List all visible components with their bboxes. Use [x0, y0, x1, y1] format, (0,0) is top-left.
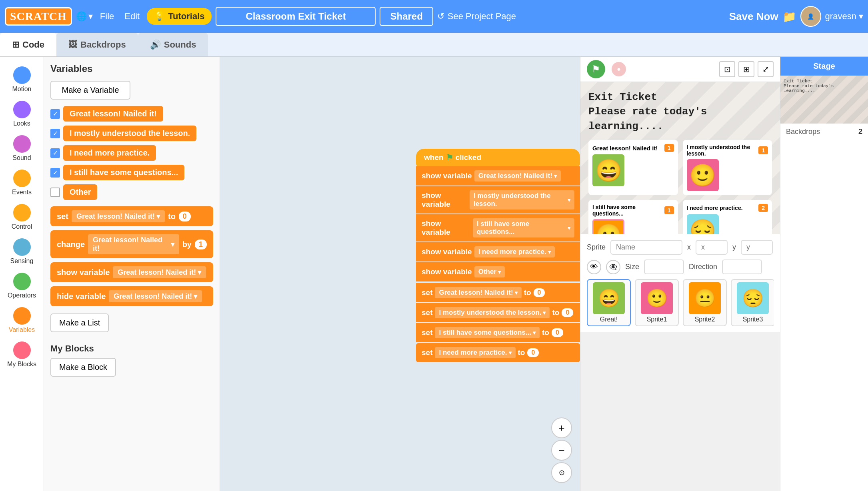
set-1-value[interactable]: 0 [534, 288, 545, 297]
sidebar-item-sound[interactable]: Sound [0, 132, 44, 165]
show-var-4-selector[interactable]: I need more practice. ▾ [474, 246, 555, 257]
zoom-out-button[interactable]: − [551, 440, 572, 461]
var-pill-3[interactable]: I still have some questions... [63, 165, 184, 180]
show-var-block-3[interactable]: show variable I still have some question… [416, 214, 580, 242]
size-input[interactable] [644, 259, 684, 274]
tutorials-button[interactable]: 💡 Tutorials [147, 8, 212, 25]
change-value[interactable]: 1 [195, 240, 207, 249]
var-checkbox-1[interactable] [50, 129, 60, 138]
var-checkbox-2[interactable] [50, 148, 60, 158]
green-flag-button[interactable]: ⚑ [587, 60, 605, 78]
hide-toggle[interactable]: 👁‍🗨 [606, 260, 620, 274]
edit-button[interactable]: Edit [121, 11, 143, 22]
show-var-2-selector[interactable]: I mostly understood the lesson. ▾ [470, 190, 574, 210]
var-pill-2[interactable]: I need more practice. [63, 145, 156, 161]
sprite-thumb-1[interactable]: 🙂 Sprite1 [635, 279, 679, 326]
set-var-selector[interactable]: Great lesson! Nailed it! ▾ [72, 210, 165, 222]
response-card-0: Great lesson! Nailed it! 1 😄 [588, 140, 678, 195]
categories-sidebar: Motion Looks Sound Events Control Sensin… [0, 57, 44, 491]
show-var-label: show variable [57, 268, 110, 277]
sprite-thumb-2[interactable]: 😐 Sprite2 [683, 279, 727, 326]
set-block-2[interactable]: set I mostly understood the lesson. ▾ to… [416, 303, 580, 322]
tab-sounds[interactable]: 🔊 Sounds [138, 33, 208, 56]
fullscreen-button[interactable]: ⤢ [758, 61, 774, 77]
tab-code[interactable]: ⊞ Code [0, 33, 56, 56]
sidebar-item-motion[interactable]: Motion [0, 63, 44, 96]
set-1-selector[interactable]: Great lesson! Nailed it! ▾ [435, 287, 521, 298]
sidebar-item-myblocks[interactable]: My Blocks [0, 338, 44, 371]
set-block-3[interactable]: set I still have some questions... ▾ to … [416, 323, 580, 342]
show-var-block-5[interactable]: show variable Other ▾ [416, 262, 580, 281]
shared-button[interactable]: Shared [380, 7, 433, 26]
set-3-selector[interactable]: I still have some questions... ▾ [435, 327, 540, 338]
control-label: Control [12, 223, 32, 230]
sprite-name-input[interactable] [610, 240, 682, 255]
var-checkbox-3[interactable] [50, 168, 60, 178]
see-project-button[interactable]: ↺ See Project Page [437, 11, 516, 22]
set-value[interactable]: 0 [179, 212, 191, 222]
make-block-button[interactable]: Make a Block [50, 358, 116, 377]
split-stage-button[interactable]: ⊞ [738, 61, 754, 77]
code-blocks-container[interactable]: when ⚑ clicked show variable Great lesso… [220, 57, 580, 491]
show-variable-block[interactable]: show variable Great lesson! Nailed it! ▾ [50, 262, 213, 282]
events-label: Events [12, 189, 32, 196]
set-4-selector[interactable]: I need more practice. ▾ [435, 347, 515, 358]
x-input[interactable] [696, 240, 728, 255]
show-toggle[interactable]: 👁 [587, 260, 601, 274]
set-3-value[interactable]: 0 [552, 328, 563, 337]
show-var-3-selector[interactable]: I still have some questions... ▾ [473, 218, 574, 238]
save-now-button[interactable]: Save Now [729, 10, 778, 23]
change-var-selector[interactable]: Great lesson! Nailed it! ▾ [88, 234, 179, 254]
zoom-reset-button[interactable]: ⊙ [551, 462, 572, 483]
when-flag-clicked-block[interactable]: when ⚑ clicked [416, 149, 580, 166]
sidebar-item-sensing[interactable]: Sensing [0, 235, 44, 268]
globe-button[interactable]: 🌐 ▾ [76, 11, 93, 22]
small-stage-button[interactable]: ⊡ [719, 61, 735, 77]
scratch-logo[interactable]: SCRATCH [5, 7, 72, 26]
red-stop-button[interactable]: ● [612, 62, 626, 76]
direction-input[interactable] [722, 259, 762, 274]
set-4-value[interactable]: 0 [527, 348, 539, 357]
var-pill-4[interactable]: Other [63, 184, 97, 200]
var-pill-1[interactable]: I mostly understood the lesson. [63, 126, 196, 141]
hide-variable-block[interactable]: hide variable Great lesson! Nailed it! ▾ [50, 286, 213, 306]
set-2-value[interactable]: 0 [562, 308, 573, 317]
sidebar-item-variables[interactable]: Variables [0, 304, 44, 337]
set-block-1[interactable]: set Great lesson! Nailed it! ▾ to 0 [416, 283, 580, 302]
tab-backdrops[interactable]: 🖼 Backdrops [56, 33, 138, 56]
show-var-1-selector[interactable]: Great lesson! Nailed it! ▾ [474, 170, 561, 182]
show-var-block-2[interactable]: show variable I mostly understood the le… [416, 186, 580, 214]
main-area: Motion Looks Sound Events Control Sensin… [0, 57, 868, 491]
y-input[interactable] [741, 240, 773, 255]
set-block[interactable]: set Great lesson! Nailed it! ▾ to 0 [50, 206, 213, 226]
show-var-5-selector[interactable]: Other ▾ [474, 266, 505, 277]
set-block-4[interactable]: set I need more practice. ▾ to 0 [416, 343, 580, 362]
sidebar-item-looks[interactable]: Looks [0, 98, 44, 130]
var-checkbox-4[interactable] [50, 188, 60, 197]
project-name-button[interactable]: Classroom Exit Ticket [216, 7, 376, 26]
stage-tab[interactable]: Stage [780, 57, 868, 76]
sidebar-item-control[interactable]: Control [0, 201, 44, 234]
show-var-block-1[interactable]: show variable Great lesson! Nailed it! ▾ [416, 166, 580, 186]
sprite-thumb-3[interactable]: 😔 Sprite3 [731, 279, 774, 326]
show-var-selector[interactable]: Great lesson! Nailed it! ▾ [113, 266, 206, 278]
username-button[interactable]: gravesn ▾ [825, 11, 863, 22]
file-button[interactable]: File [97, 11, 117, 22]
size-label: Size [625, 263, 639, 271]
backdrops-label: Backdrops [786, 128, 820, 136]
globe-icon: 🌐 [76, 11, 87, 22]
sprite-thumb-0[interactable]: 😄 Great! [587, 279, 631, 326]
change-block[interactable]: change Great lesson! Nailed it! ▾ by 1 [50, 230, 213, 258]
hide-var-selector[interactable]: Great lesson! Nailed it! ▾ [109, 290, 202, 302]
var-checkbox-0[interactable] [50, 109, 60, 119]
make-list-button[interactable]: Make a List [50, 313, 109, 332]
zoom-in-button[interactable]: + [551, 417, 572, 438]
set-2-selector[interactable]: I mostly understood the lesson. ▾ [435, 307, 550, 318]
folder-button[interactable]: 📁 [782, 10, 796, 23]
sidebar-item-operators[interactable]: Operators [0, 269, 44, 302]
sidebar-item-events[interactable]: Events [0, 166, 44, 199]
code-area[interactable]: when ⚑ clicked show variable Great lesso… [220, 57, 580, 491]
var-pill-0[interactable]: Great lesson! Nailed it! [63, 106, 163, 122]
show-var-block-4[interactable]: show variable I need more practice. ▾ [416, 242, 580, 261]
make-variable-button[interactable]: Make a Variable [50, 81, 130, 100]
